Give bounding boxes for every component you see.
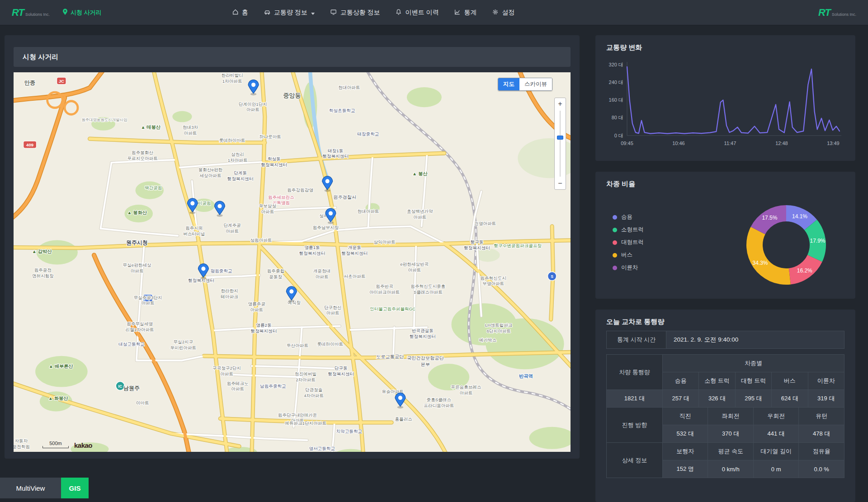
- cell-value: 257 대: [663, 390, 699, 408]
- map-label: 원주강원감영: [287, 188, 313, 192]
- map-pin-dot: [398, 396, 402, 400]
- legend-label: 대형트럭: [621, 239, 644, 246]
- donut-percent-label: 17.9%: [810, 238, 825, 244]
- cell-value: 370 대: [708, 425, 753, 443]
- map-label: 명륜주공아파트: [248, 301, 265, 312]
- map-container[interactable]: JC40955SIC한라비발디1차아파트만종단계이안1단지아파트중앙동현대아파트…: [14, 72, 571, 452]
- map-pin-dot: [251, 83, 255, 87]
- map-label: 행구수변공원파크골프장: [494, 243, 542, 248]
- map-label: 자동차운전학원: [14, 438, 30, 449]
- row-label: 진행 방향: [607, 408, 663, 443]
- cell-value: 478 대: [799, 425, 844, 443]
- vehicle-ratio-donut: 14.1%17.9%16.2%34.3%17.5%: [734, 193, 838, 297]
- row-total: 1821 대: [607, 390, 663, 408]
- zoom-in-button[interactable]: +: [555, 99, 566, 109]
- cell-value: 624 대: [772, 390, 808, 408]
- selected-intersection-label: 시청 사거리: [71, 9, 102, 17]
- col-header: 대기열 길이: [753, 443, 798, 460]
- traffic-change-card: 교통량 변화 0 대80 대160 대240 대320 대09:4510:461…: [595, 35, 855, 161]
- chart-axes: [627, 62, 841, 136]
- map-label: ▲ 봉산: [412, 171, 428, 176]
- map-label: 성원아파트: [250, 238, 272, 243]
- map-label: 인터불고원주퍼블릭GC: [370, 306, 415, 311]
- legend-color-dot: [613, 240, 617, 245]
- map-label: 단관청솔4차아파트: [304, 387, 324, 398]
- row-label: 차량 통행량: [607, 355, 663, 390]
- map-label: 에듀파크1단지아파트: [285, 421, 326, 426]
- map-label: ▲ 감박산: [32, 249, 52, 254]
- selected-intersection[interactable]: 시청 사거리: [62, 9, 102, 17]
- map-type-toggle: 지도 스카이뷰: [498, 78, 552, 91]
- map-label: 개운현대아파트: [313, 268, 330, 279]
- y-tick-label: 0 대: [614, 133, 623, 138]
- zoom-out-button[interactable]: −: [555, 178, 566, 189]
- row-label: 상세 정보: [607, 443, 663, 478]
- top-nav: RT Solutions Inc. 시청 사거리 홈 교통량 정보 교통상황 정…: [0, 0, 868, 25]
- menu-item-traffic-status[interactable]: 교통상황 정보: [330, 9, 380, 17]
- col-header: 버스: [772, 372, 808, 390]
- zoom-slider-handle[interactable]: [557, 136, 563, 140]
- bell-icon: [396, 9, 402, 17]
- stat-start-value: 2021. 2. 9. 오전 9:40:00: [666, 331, 844, 348]
- map-zoom-control: + −: [554, 98, 566, 190]
- x-tick-label: 09:45: [621, 141, 633, 146]
- map-canvas[interactable]: JC40955SIC한라비발디1차아파트만종단계이안1단지아파트중앙동현대아파트…: [14, 72, 571, 452]
- legend-color-dot: [613, 266, 617, 270]
- map-label: 한라비발디1차아파트: [222, 73, 243, 84]
- vehicle-ratio-legend: 승용소형트럭대형트럭버스이륜차: [606, 213, 688, 277]
- map-label: 원주봉화산푸르지오아파트: [127, 150, 158, 161]
- gis-button[interactable]: GIS: [61, 478, 89, 498]
- park-area: [172, 111, 192, 122]
- svg-text:409: 409: [26, 142, 34, 147]
- menu-item-home[interactable]: 홈: [232, 9, 248, 17]
- vehicle-ratio-title: 차종 비율: [606, 180, 844, 188]
- col-header: 평균 속도: [708, 443, 753, 460]
- multiview-button[interactable]: MultiView: [0, 478, 61, 498]
- brand-logo: RT Solutions Inc.: [12, 7, 50, 19]
- map-label: 건영아파트: [474, 221, 496, 226]
- car-icon: [264, 9, 271, 17]
- map-label: 롯데하이마트: [317, 341, 343, 346]
- map-label: LH센트럴파크6단지아파트: [485, 323, 512, 333]
- map-label: 이마트: [136, 400, 149, 405]
- traffic-line-chart: 0 대80 대160 대240 대320 대09:4510:4611:4712:…: [606, 56, 844, 154]
- menu-item-traffic-volume[interactable]: 교통량 정보: [264, 9, 315, 17]
- menu-item-statistics[interactable]: 통계: [454, 9, 476, 17]
- menu-item-settings[interactable]: 설정: [492, 9, 514, 17]
- map-label: 단계주공아파트: [223, 223, 241, 234]
- map-label: 무실2지구우미린아파트: [170, 339, 197, 350]
- col-header: 우회전: [753, 408, 798, 425]
- cell-value: 0.0 %: [799, 460, 844, 478]
- bottom-tabs: MultiView GIS: [0, 478, 89, 498]
- map-label: 우보삼성아파트: [259, 203, 276, 214]
- vehicle-ratio-card: 차종 비율 승용소형트럭대형트럭버스이륜차 14.1%17.9%16.2%34.…: [595, 172, 855, 299]
- map-type-map-button[interactable]: 지도: [498, 78, 519, 90]
- map-label: ▲ 배부른산: [49, 364, 73, 369]
- legend-color-dot: [613, 253, 617, 258]
- legend-color-dot: [613, 215, 617, 220]
- menu-item-event-history[interactable]: 이벤트 이력: [396, 9, 439, 17]
- map-label: 만종: [24, 80, 35, 86]
- col-header: 대형 트럭: [735, 372, 771, 390]
- map-label: 백간공원: [145, 185, 162, 190]
- col-header: 승용: [663, 372, 699, 390]
- map-label: 남원주중학교: [260, 384, 286, 389]
- x-tick-label: 10:46: [672, 141, 685, 146]
- today-volume-title: 오늘 교차로 통행량: [606, 318, 844, 326]
- map-label: 두산아파트: [287, 343, 308, 348]
- kakao-logo: kakao: [74, 441, 92, 449]
- map-label: 중흥S클래스프라디움아파트: [424, 397, 454, 408]
- map-label: 서초아파트: [344, 274, 365, 279]
- map-label: 원주운전면허시험장: [32, 267, 54, 278]
- chart-icon: [454, 9, 461, 17]
- legend-label: 버스: [621, 251, 632, 259]
- location-pin-icon: [62, 9, 68, 17]
- chevron-down-icon: [311, 9, 315, 16]
- map-label: 반곡역: [519, 374, 533, 379]
- map-label: 원주시외버스터미널: [183, 225, 205, 236]
- map-type-skyview-button[interactable]: 스카이뷰: [519, 78, 552, 90]
- brand-logo-right: RT Solutions Inc.: [818, 7, 856, 19]
- map-label: 메가박스: [479, 338, 496, 342]
- legend-label: 승용: [621, 213, 632, 221]
- zoom-slider[interactable]: [555, 109, 566, 178]
